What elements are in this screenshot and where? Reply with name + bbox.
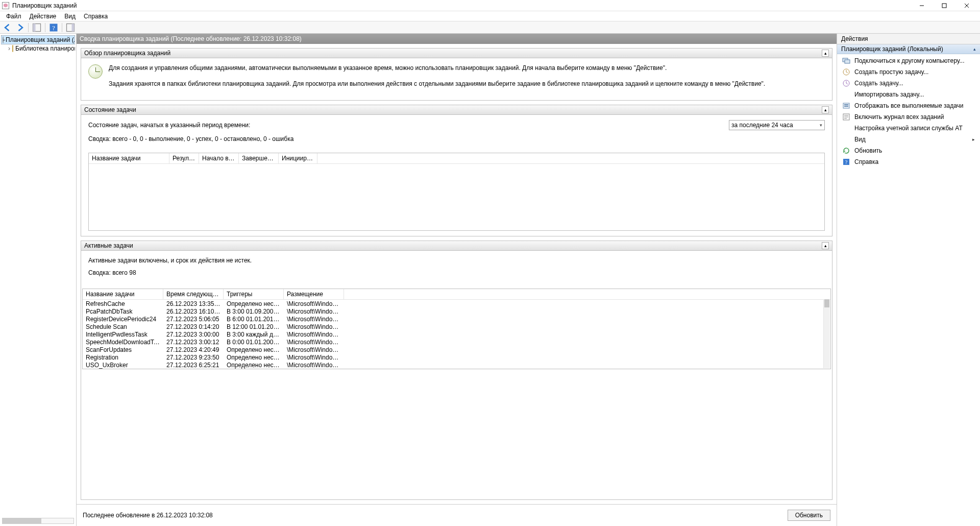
action-create-task[interactable]: Создать задачу... [837, 78, 980, 89]
details-pane: Сводка планировщика заданий (Последнее о… [77, 34, 837, 526]
show-hide-actions-button[interactable] [65, 22, 76, 33]
active-tasks-panel: Активные задачи ▴ Активные задачи включе… [81, 241, 832, 500]
overview-header[interactable]: Обзор планировщика заданий ▴ [81, 49, 832, 58]
task-status-title: Состояние задачи [84, 106, 136, 113]
table-row[interactable]: Schedule Scan27.12.2023 0:14:20В 12:00 0… [83, 323, 830, 330]
col-triggers[interactable]: Триггеры [224, 289, 284, 299]
close-button[interactable] [955, 0, 978, 11]
actions-pane-header: Действия [837, 34, 980, 44]
action-create-basic-task[interactable]: Создать простую задачу... [837, 66, 980, 78]
menu-file[interactable]: Файл [2, 13, 26, 20]
action-view[interactable]: Вид ▸ [837, 134, 980, 145]
cell-location: \Microsoft\Windows\Se... [284, 331, 344, 338]
col-end[interactable]: Завершение в... [239, 153, 279, 163]
action-show-running[interactable]: Отображать все выполняемые задачи [837, 100, 980, 111]
table-row[interactable]: Registration27.12.2023 9:23:50Определено… [83, 353, 830, 361]
tree-root-label: Планировщик заданий (Лок [6, 36, 75, 43]
cell-name: Schedule Scan [83, 323, 163, 330]
col-name[interactable]: Название задачи [83, 289, 163, 299]
status-period-label: Состояние задач, начатых в указанный пер… [88, 122, 250, 129]
console-tree[interactable]: Планировщик заданий (Лок › Библиотека пл… [0, 34, 76, 54]
table-row[interactable]: RefreshCache26.12.2023 13:35:00Определен… [83, 300, 830, 307]
cell-location: \Microsoft\Windows\Sp... [284, 339, 344, 346]
table-row[interactable]: IntelligentPwdlessTask27.12.2023 3:00:00… [83, 330, 830, 338]
overview-panel: Обзор планировщика заданий ▴ Для создани… [81, 48, 832, 101]
col-result[interactable]: Результат... [169, 153, 199, 163]
scheduler-icon [3, 36, 4, 43]
cell-next-run: 27.12.2023 3:00:12 [163, 339, 224, 346]
action-label: Импортировать задачу... [854, 91, 924, 98]
scrollbar-thumb[interactable] [824, 299, 829, 307]
action-enable-history[interactable]: Включить журнал всех заданий [837, 111, 980, 123]
create-task-icon [842, 79, 850, 87]
minimize-button[interactable] [911, 0, 933, 11]
vertical-scrollbar[interactable] [823, 299, 830, 368]
col-start[interactable]: Начало выпо... [199, 153, 239, 163]
collapse-icon[interactable]: ▴ [822, 242, 829, 249]
show-hide-tree-button[interactable] [31, 22, 42, 33]
active-table-body[interactable]: RefreshCache26.12.2023 13:35:00Определен… [83, 300, 830, 369]
cell-name: SpeechModelDownloadTask [83, 339, 163, 346]
active-tasks-header[interactable]: Активные задачи ▴ [81, 241, 832, 251]
collapse-icon[interactable]: ▴ [822, 50, 829, 57]
nav-forward-button[interactable] [14, 22, 26, 33]
col-location[interactable]: Размещение [284, 289, 344, 299]
active-tasks-table: Название задачи Время следующего зап... … [82, 289, 831, 369]
menu-help[interactable]: Справка [80, 13, 112, 20]
svg-text:?: ? [845, 159, 848, 165]
cell-triggers: Определено нескольк... [224, 300, 284, 307]
col-initiated[interactable]: Инициировано [279, 153, 317, 163]
cell-location: \Microsoft\Windows\Fli... [284, 300, 344, 307]
refresh-button[interactable]: Обновить [788, 510, 830, 521]
history-icon [842, 113, 850, 121]
cell-triggers: В 12:00 01.01.2019 - Час... [224, 323, 284, 330]
menu-action[interactable]: Действие [26, 13, 61, 20]
cell-triggers: В 0:00 01.01.2004 - Част... [224, 339, 284, 346]
svg-rect-9 [72, 23, 75, 31]
action-connect[interactable]: Подключиться к другому компьютеру... [837, 55, 980, 66]
status-period-select[interactable]: за последние 24 часа ▾ [729, 120, 825, 130]
cell-next-run: 26.12.2023 16:10:55 [163, 308, 224, 315]
svg-rect-1 [942, 4, 946, 8]
maximize-button[interactable] [933, 0, 955, 11]
tree-library-label: Библиотека планировщ [15, 45, 75, 52]
cell-location: \Microsoft\Windows\De... [284, 316, 344, 323]
action-import-task[interactable]: Импортировать задачу... [837, 89, 980, 100]
action-help[interactable]: ? Справка [837, 156, 980, 168]
active-tasks-desc: Активные задачи включены, и срок их дейс… [88, 257, 825, 264]
cell-triggers: Определено нескольк... [224, 354, 284, 361]
svg-rect-16 [844, 106, 848, 107]
col-task-name[interactable]: Название задачи [89, 153, 169, 163]
app-icon [2, 2, 9, 9]
toolbar-separator [45, 23, 45, 32]
actions-pane: Действия Планировщик заданий (Локальный)… [837, 34, 980, 526]
folder-icon [12, 45, 13, 52]
col-next-run[interactable]: Время следующего зап... [163, 289, 224, 299]
nav-back-button[interactable] [2, 22, 13, 33]
table-row[interactable]: USO_UxBroker27.12.2023 6:25:21Определено… [83, 361, 830, 369]
action-refresh[interactable]: Обновить [837, 145, 980, 156]
menu-view[interactable]: Вид [60, 13, 80, 20]
toolbar-separator [62, 23, 62, 32]
action-at-service-account[interactable]: Настройка учетной записи службы AT [837, 123, 980, 134]
view-icon [842, 135, 850, 144]
overview-body: Для создания и управления общими задания… [81, 58, 832, 100]
task-status-header[interactable]: Состояние задачи ▴ [81, 105, 832, 115]
table-row[interactable]: RegisterDevicePeriodic2427.12.2023 5:06:… [83, 315, 830, 323]
overview-paragraph-1: Для создания и управления общими задания… [109, 63, 765, 73]
cell-next-run: 27.12.2023 0:14:20 [163, 323, 224, 330]
table-row[interactable]: SpeechModelDownloadTask27.12.2023 3:00:1… [83, 338, 830, 346]
refresh-icon [842, 147, 850, 155]
table-row[interactable]: ScanForUpdates27.12.2023 4:20:49Определе… [83, 346, 830, 353]
tree-library-node[interactable]: › Библиотека планировщ [1, 44, 75, 53]
horizontal-scrollbar[interactable] [2, 518, 74, 524]
chevron-down-icon: ▾ [820, 123, 822, 128]
svg-rect-5 [33, 23, 36, 31]
tree-root-node[interactable]: Планировщик заданий (Лок [1, 35, 75, 44]
cell-next-run: 27.12.2023 6:25:21 [163, 362, 224, 369]
collapse-icon[interactable]: ▴ [822, 106, 829, 113]
table-row[interactable]: PcaPatchDbTask26.12.2023 16:10:55В 3:00 … [83, 307, 830, 315]
cell-next-run: 27.12.2023 3:00:00 [163, 331, 224, 338]
help-button[interactable]: ? [48, 22, 59, 33]
expand-icon[interactable]: › [8, 45, 10, 52]
